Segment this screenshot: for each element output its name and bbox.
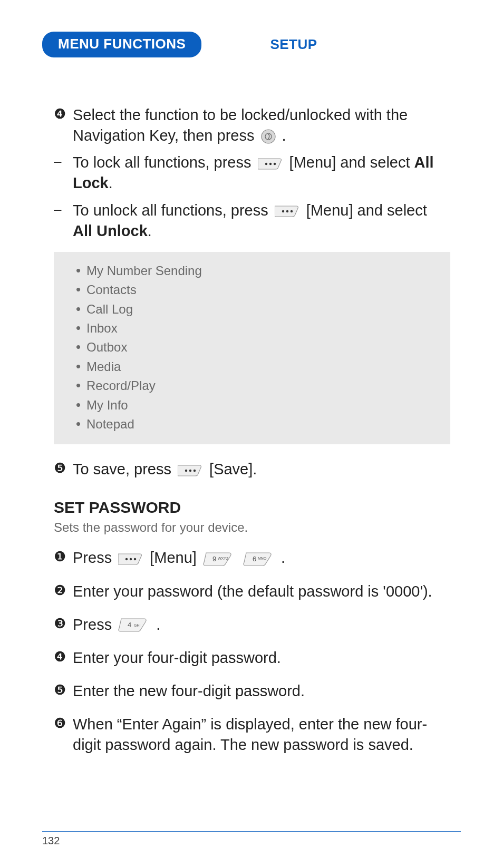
step-body: Press [Menu] 9WXYZ 6MNO .	[73, 548, 450, 568]
list-item: Media	[86, 357, 438, 376]
text: Enter your four-digit password.	[73, 649, 281, 666]
page-content: ❹ Select the function to be locked/unloc…	[42, 105, 461, 755]
sub-step-lock: – To lock all functions, press [Menu] an…	[54, 152, 450, 193]
dash-marker: –	[54, 152, 73, 193]
text: To unlock all functions, press	[73, 202, 273, 219]
step-body: Enter your four-digit password.	[73, 648, 450, 668]
text: .	[152, 616, 160, 633]
text: .	[277, 549, 285, 566]
text: .	[148, 222, 152, 239]
svg-text:WXYZ: WXYZ	[218, 557, 229, 560]
dash-marker: –	[54, 200, 73, 241]
key-6-icon: 6MNO	[243, 552, 275, 567]
list-item: Notepad	[86, 415, 438, 434]
step-marker: ❺	[54, 459, 73, 480]
pw-step-2: ❷ Enter your password (the default passw…	[54, 581, 450, 602]
list-item: My Number Sending	[86, 261, 438, 280]
save-key-icon	[178, 463, 203, 478]
functions-box: My Number Sending Contacts Call Log Inbo…	[54, 252, 450, 445]
svg-text:9: 9	[212, 555, 216, 563]
svg-text:GHI: GHI	[134, 623, 141, 627]
step-marker: ❸	[54, 615, 73, 635]
step-marker: ❶	[54, 548, 73, 568]
svg-text:6: 6	[253, 555, 256, 563]
pw-step-1: ❶ Press [Menu] 9WXYZ 6MNO .	[54, 548, 450, 568]
step-marker: ❺	[54, 681, 73, 701]
section-title-set-password: SET PASSWORD	[54, 497, 450, 519]
section-label: SETUP	[270, 36, 317, 53]
step-body: When “Enter Again” is displayed, enter t…	[73, 714, 450, 755]
list-item: Contacts	[86, 280, 438, 299]
menu-key-icon	[118, 552, 143, 567]
text: [Menu]	[146, 549, 201, 566]
page-footer: 132	[42, 831, 461, 847]
list-item: Inbox	[86, 319, 438, 338]
set-password-steps: ❶ Press [Menu] 9WXYZ 6MNO . ❷	[54, 548, 450, 755]
text: To lock all functions, press	[73, 154, 256, 171]
sub-step-unlock: – To unlock all functions, press [Menu] …	[54, 200, 450, 241]
step-body: Enter your password (the default passwor…	[73, 581, 450, 602]
text: [Menu] and select	[302, 202, 427, 219]
text: Enter your password (the default passwor…	[73, 583, 432, 600]
list-item: Call Log	[86, 300, 438, 319]
pw-step-6: ❻ When “Enter Again” is displayed, enter…	[54, 714, 450, 755]
sub-step-body: To unlock all functions, press [Menu] an…	[73, 200, 450, 241]
text: Press	[73, 549, 116, 566]
step-5: ❺ To save, press [Save].	[54, 459, 450, 480]
list-item: Record/Play	[86, 376, 438, 395]
sub-step-body: To lock all functions, press [Menu] and …	[73, 152, 450, 193]
svg-text:MNO: MNO	[258, 557, 267, 560]
list-item: Outbox	[86, 338, 438, 357]
step-4: ❹ Select the function to be locked/unloc…	[54, 105, 450, 146]
pw-step-3: ❸ Press 4GHI .	[54, 615, 450, 635]
pw-step-5: ❺ Enter the new four-digit password.	[54, 681, 450, 701]
step-marker: ❹	[54, 648, 73, 668]
document-page: MENU FUNCTIONS SETUP ❹ Select the functi…	[0, 0, 503, 868]
step-marker: ❹	[54, 105, 73, 146]
functions-list: My Number Sending Contacts Call Log Inbo…	[66, 261, 438, 434]
bold-label: All Unlock	[73, 222, 148, 239]
page-number: 132	[42, 835, 60, 846]
step-text-end: .	[278, 127, 286, 144]
key-4-icon: 4GHI	[118, 618, 150, 633]
text: Enter the new four-digit password.	[73, 682, 305, 699]
text: [Menu] and select	[285, 154, 414, 171]
step-marker: ❻	[54, 714, 73, 755]
step-text: Select the function to be locked/unlocke…	[73, 106, 408, 144]
step-body: Select the function to be locked/unlocke…	[73, 105, 450, 146]
step-body: Press 4GHI .	[73, 615, 450, 635]
step-marker: ❷	[54, 581, 73, 602]
nav-key-icon	[261, 129, 276, 144]
text: To save, press	[73, 461, 176, 477]
section-subtitle: Sets the password for your device.	[54, 519, 450, 536]
text: When “Enter Again” is displayed, enter t…	[73, 716, 427, 753]
svg-text:4: 4	[128, 621, 131, 629]
key-9-icon: 9WXYZ	[203, 552, 235, 567]
text: .	[109, 174, 113, 191]
step-body: To save, press [Save].	[73, 459, 450, 480]
step-body: Enter the new four-digit password.	[73, 681, 450, 701]
list-item: My Info	[86, 396, 438, 415]
pw-step-4: ❹ Enter your four-digit password.	[54, 648, 450, 668]
chapter-pill: MENU FUNCTIONS	[42, 32, 201, 57]
page-header: MENU FUNCTIONS SETUP	[42, 32, 461, 57]
text: Press	[73, 616, 116, 633]
menu-key-icon	[258, 157, 283, 171]
menu-key-icon	[275, 204, 300, 219]
text: [Save].	[205, 461, 257, 477]
